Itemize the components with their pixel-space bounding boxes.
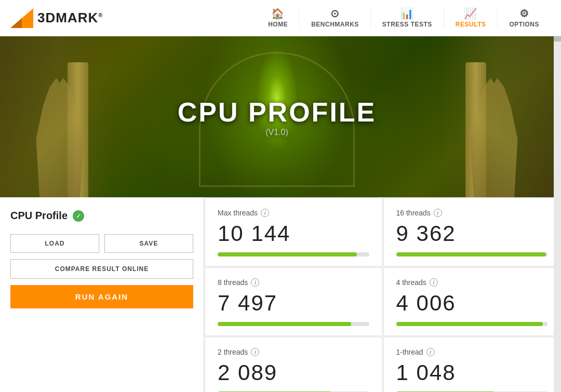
score-bar-bg-3 <box>396 322 548 326</box>
stress-tests-icon: 📊 <box>400 8 414 19</box>
hero-title-text: CPU PROFILE <box>178 97 377 128</box>
score-bar-bg-1 <box>396 252 548 256</box>
nav-benchmarks-label: BENCHMARKS <box>311 21 359 28</box>
main-nav: 🏠 HOME ⊙ BENCHMARKS 📊 STRESS TESTS 📈 RES… <box>257 8 551 28</box>
info-icon-1[interactable]: i <box>434 209 442 217</box>
score-label-text-1: 16 threads <box>396 209 431 217</box>
score-label-text-3: 4 threads <box>396 278 426 287</box>
score-bar-fill-1 <box>396 252 546 256</box>
score-label-text-4: 2 threads <box>218 348 248 356</box>
logo-icon <box>10 8 33 28</box>
home-icon: 🏠 <box>271 8 285 19</box>
scrollbar-track[interactable] <box>554 0 561 392</box>
page-wrapper: 3DMARK® 🏠 HOME ⊙ BENCHMARKS 📊 STRESS TES… <box>0 0 561 392</box>
score-bar-fill-0 <box>218 252 357 256</box>
save-button[interactable]: SAVE <box>104 234 193 253</box>
info-icon-0[interactable]: i <box>261 209 269 217</box>
cpu-profile-title-text: CPU Profile <box>10 210 68 222</box>
nav-home-label: HOME <box>268 21 288 28</box>
options-icon: ⚙ <box>519 8 529 19</box>
hero-banner: CPU PROFILE (V1.0) <box>0 36 554 197</box>
info-icon-4[interactable]: i <box>251 348 259 356</box>
score-bar-fill-3 <box>396 322 543 326</box>
nav-options-label: OPTIONS <box>509 21 539 28</box>
score-label-3: 4 threads i <box>396 278 548 287</box>
nav-options[interactable]: ⚙ OPTIONS <box>498 8 551 28</box>
score-label-0: Max threads i <box>218 209 369 217</box>
main-content: CPU Profile ✓ LOAD SAVE COMPARE RESULT O… <box>0 197 561 392</box>
load-button[interactable]: LOAD <box>10 234 99 253</box>
score-bar-fill-2 <box>218 322 351 326</box>
info-icon-5[interactable]: i <box>426 348 435 356</box>
score-value-1: 9 362 <box>396 221 548 246</box>
score-card-4: 2 threads i 2 089 <box>205 337 382 392</box>
score-card-2: 8 threads i 7 497 <box>205 267 382 336</box>
score-card-5: 1-thread i 1 048 <box>383 337 561 392</box>
score-bar-bg-2 <box>218 322 369 326</box>
header: 3DMARK® 🏠 HOME ⊙ BENCHMARKS 📊 STRESS TES… <box>0 0 561 36</box>
left-panel: CPU Profile ✓ LOAD SAVE COMPARE RESULT O… <box>0 197 204 392</box>
run-again-button[interactable]: RUN AGAIN <box>10 285 193 308</box>
score-label-1: 16 threads i <box>396 209 548 217</box>
score-card-1: 16 threads i 9 362 <box>383 198 561 266</box>
score-value-3: 4 006 <box>396 291 548 316</box>
logo-text: 3DMARK® <box>37 10 103 26</box>
nav-stress-tests-label: STRESS TESTS <box>382 21 432 28</box>
compare-result-button[interactable]: COMPARE RESULT ONLINE <box>10 259 193 279</box>
check-icon: ✓ <box>73 210 84 222</box>
nav-benchmarks[interactable]: ⊙ BENCHMARKS <box>300 8 371 28</box>
score-label-5: 1-thread i <box>396 348 548 356</box>
score-card-3: 4 threads i 4 006 <box>383 267 561 336</box>
score-label-4: 2 threads i <box>218 348 369 356</box>
svg-marker-1 <box>10 18 22 28</box>
score-card-0: Max threads i 10 144 <box>205 198 382 266</box>
score-value-0: 10 144 <box>218 221 369 246</box>
info-icon-3[interactable]: i <box>430 278 438 287</box>
benchmarks-icon: ⊙ <box>330 8 340 19</box>
score-label-text-2: 8 threads <box>218 278 248 287</box>
logo-area: 3DMARK® <box>10 8 114 28</box>
score-value-5: 1 048 <box>396 360 548 385</box>
nav-results[interactable]: 📈 RESULTS <box>444 8 498 28</box>
score-label-2: 8 threads i <box>218 278 369 287</box>
score-label-text-0: Max threads <box>218 209 258 217</box>
hero-title-area: CPU PROFILE (V1.0) <box>178 97 377 137</box>
hero-version: (V1.0) <box>265 128 288 137</box>
scores-panel: Max threads i 10 144 16 threads i 9 362 … <box>204 197 561 392</box>
load-save-row: LOAD SAVE <box>10 234 193 253</box>
score-label-text-5: 1-thread <box>396 348 423 356</box>
score-bar-bg-0 <box>218 252 369 256</box>
results-icon: 📈 <box>464 8 477 19</box>
nav-results-label: RESULTS <box>456 21 486 28</box>
nav-home[interactable]: 🏠 HOME <box>257 8 300 28</box>
score-value-4: 2 089 <box>218 360 369 385</box>
nav-stress-tests[interactable]: 📊 STRESS TESTS <box>371 8 444 28</box>
score-value-2: 7 497 <box>218 291 369 316</box>
info-icon-2[interactable]: i <box>251 278 259 287</box>
cpu-profile-header: CPU Profile ✓ <box>10 210 193 222</box>
